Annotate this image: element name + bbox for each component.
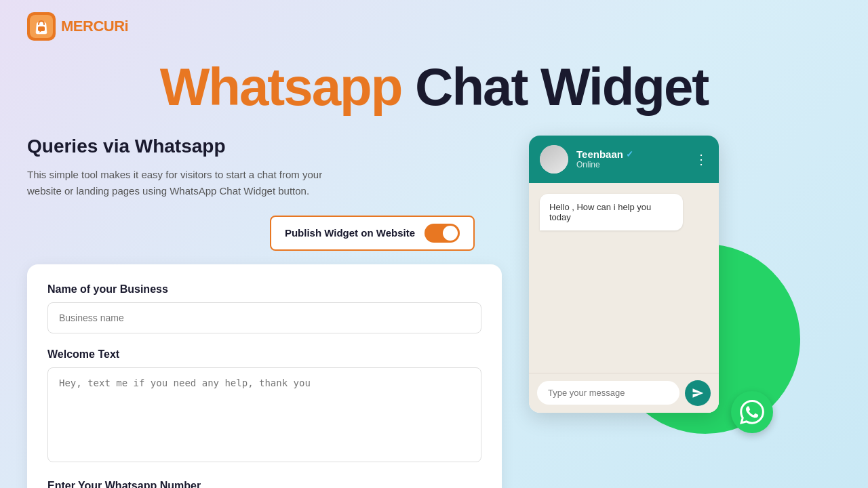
publish-toggle-label: Publish Widget on Website bbox=[285, 227, 415, 239]
svg-rect-2 bbox=[38, 26, 45, 31]
business-name-input[interactable] bbox=[47, 302, 481, 333]
main-content: Queries via Whatsapp This simple tool ma… bbox=[0, 136, 868, 488]
logo-icon bbox=[27, 12, 56, 41]
chat-user-name: Teenbaan ✓ bbox=[576, 148, 686, 160]
header: MERCURi bbox=[0, 0, 868, 53]
publish-toggle-container: Publish Widget on Website bbox=[27, 216, 475, 251]
whatsapp-number-group: Enter Your Whatsapp Number bbox=[47, 480, 481, 488]
chat-avatar-inner bbox=[540, 145, 568, 174]
welcome-text-label: Welcome Text bbox=[47, 348, 481, 361]
hero-title-dark: Chat Widget bbox=[401, 57, 708, 117]
chat-widget: Teenbaan ✓ Online ⋮ Hello , How can i he… bbox=[529, 136, 719, 413]
chat-footer bbox=[529, 373, 719, 413]
whatsapp-number-label: Enter Your Whatsapp Number bbox=[47, 480, 481, 488]
toggle-switch[interactable] bbox=[425, 224, 460, 243]
send-button[interactable] bbox=[685, 380, 711, 406]
welcome-text-group: Welcome Text bbox=[47, 348, 481, 465]
chat-menu-icon[interactable]: ⋮ bbox=[694, 151, 708, 167]
whatsapp-icon bbox=[740, 400, 764, 424]
chat-message: Hello , How can i help you today bbox=[540, 194, 683, 230]
business-name-group: Name of your Business bbox=[47, 283, 481, 333]
business-name-label: Name of your Business bbox=[47, 283, 481, 296]
whatsapp-float-button[interactable] bbox=[731, 391, 773, 433]
form-card: Name of your Business Welcome Text Enter… bbox=[27, 264, 502, 488]
publish-toggle-button[interactable]: Publish Widget on Website bbox=[270, 216, 475, 251]
hero-title: Whatsapp Chat Widget bbox=[0, 53, 868, 136]
chat-status: Online bbox=[576, 160, 686, 169]
verified-icon: ✓ bbox=[626, 149, 633, 159]
chat-user-info: Teenbaan ✓ Online bbox=[576, 148, 686, 169]
chat-message-input[interactable] bbox=[537, 381, 679, 405]
chat-avatar bbox=[540, 145, 568, 174]
hero-title-orange: Whatsapp bbox=[160, 57, 402, 117]
send-icon bbox=[692, 387, 704, 399]
right-panel: Teenbaan ✓ Online ⋮ Hello , How can i he… bbox=[529, 136, 760, 413]
section-description: This simple tool makes it easy for visit… bbox=[27, 167, 339, 199]
chat-body: Hello , How can i help you today bbox=[529, 183, 719, 373]
left-panel: Queries via Whatsapp This simple tool ma… bbox=[27, 136, 502, 488]
section-title: Queries via Whatsapp bbox=[27, 136, 502, 157]
chat-header: Teenbaan ✓ Online ⋮ bbox=[529, 136, 719, 183]
logo-text: MERCURi bbox=[61, 18, 128, 35]
welcome-text-input[interactable] bbox=[47, 367, 481, 462]
logo: MERCURi bbox=[27, 12, 128, 41]
